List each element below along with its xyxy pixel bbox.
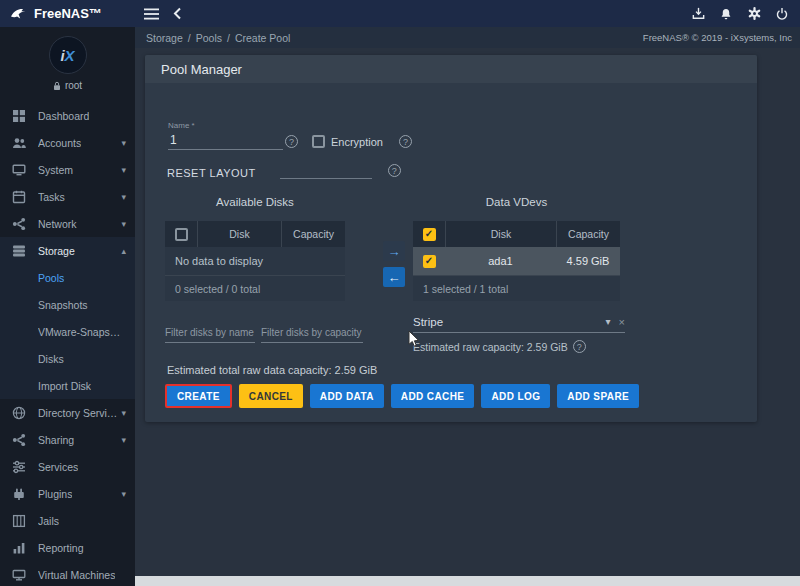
sidebar-item-jails[interactable]: Jails: [0, 507, 135, 534]
select-all-vdev-checkbox[interactable]: [423, 228, 436, 241]
main-content: Pool Manager Name * 1 Encryption RESET L…: [135, 48, 800, 586]
gear-icon[interactable]: [741, 0, 767, 27]
table-row-ada1[interactable]: ada1 4.59 GiB: [413, 247, 620, 275]
encryption-checkbox[interactable]: [312, 135, 325, 148]
disk-capacity: 4.59 GiB: [556, 255, 620, 267]
breadcrumb-separator: /: [227, 32, 230, 44]
data-vdevs-table: Disk Capacity ada1 4.59 GiB 1 selected /…: [413, 221, 620, 301]
available-disks-title: Available Disks: [165, 196, 345, 208]
reporting-icon: [12, 541, 28, 555]
vdev-type-value: Stripe: [413, 316, 443, 328]
move-left-arrow-icon[interactable]: [383, 267, 405, 287]
menu-icon[interactable]: [138, 0, 164, 27]
sidebar-item-storage[interactable]: Storage▴: [0, 237, 135, 264]
encryption-label: Encryption: [331, 136, 383, 148]
storage-icon: [12, 244, 28, 258]
filter-disks-by-name-input[interactable]: Filter disks by name: [165, 327, 255, 343]
sidebar: iX root DashboardAccounts▾System▾Tasks▾N…: [0, 27, 135, 586]
pool-name-label: Name *: [168, 121, 283, 130]
chevron-down-icon: ▾: [121, 138, 126, 148]
update-icon[interactable]: [685, 0, 711, 27]
lock-icon: [53, 81, 61, 91]
no-data-row: No data to display: [165, 247, 345, 275]
sidebar-item-services[interactable]: Services: [0, 453, 135, 480]
layout-field[interactable]: [280, 163, 372, 179]
sidebar-item-network[interactable]: Network▾: [0, 210, 135, 237]
footer-console-bar[interactable]: [135, 576, 800, 586]
breadcrumb: Storage / Pools / Create Pool: [146, 32, 290, 44]
available-disks-header: Disk Capacity: [165, 221, 345, 247]
sidebar-item-accounts[interactable]: Accounts▾: [0, 129, 135, 156]
back-icon[interactable]: [164, 0, 190, 27]
breadcrumb-create-pool: Create Pool: [235, 32, 290, 44]
chevron-down-icon: ▾: [121, 219, 126, 229]
encryption-row: Encryption: [285, 135, 412, 148]
freenas-logo[interactable]: FreeNAS™: [0, 6, 138, 21]
raw-capacity-help-icon[interactable]: [573, 340, 586, 353]
column-disk: Disk: [197, 221, 281, 247]
logged-in-user: root: [53, 80, 82, 91]
bell-icon[interactable]: [713, 0, 739, 27]
breadcrumb-bar: Storage / Pools / Create Pool FreeNAS® ©…: [135, 27, 800, 48]
cancel-button[interactable]: CANCEL: [239, 384, 303, 408]
move-right-arrow-icon[interactable]: [383, 241, 405, 261]
sidebar-item-disks[interactable]: Disks: [0, 345, 135, 372]
sidebar-item-reporting[interactable]: Reporting: [0, 534, 135, 561]
sidebar-item-sharing[interactable]: Sharing▾: [0, 426, 135, 453]
clear-icon[interactable]: ×: [619, 316, 625, 328]
add-log-button[interactable]: ADD LOG: [481, 384, 550, 408]
pool-name-input[interactable]: 1: [168, 130, 283, 150]
available-disks-footer: 0 selected / 0 total: [165, 275, 345, 301]
add-data-button[interactable]: ADD DATA: [310, 384, 384, 408]
breadcrumb-pools[interactable]: Pools: [196, 32, 222, 44]
plugins-icon: [12, 487, 28, 501]
sidebar-item-pools[interactable]: Pools: [0, 264, 135, 291]
encryption-help-icon[interactable]: [399, 135, 412, 148]
reset-layout-button[interactable]: RESET LAYOUT: [167, 167, 256, 179]
chevron-down-icon: ▾: [121, 408, 126, 418]
sidebar-item-import-disk[interactable]: Import Disk: [0, 372, 135, 399]
data-vdevs-header: Disk Capacity: [413, 221, 620, 247]
sidebar-item-virtual-machines[interactable]: Virtual Machines: [0, 561, 135, 586]
chevron-down-icon: ▾: [121, 435, 126, 445]
jails-icon: [12, 514, 28, 528]
ada1-checkbox[interactable]: [423, 255, 436, 268]
pool-manager-card: Pool Manager Name * 1 Encryption RESET L…: [145, 55, 757, 422]
sidebar-item-directory-services[interactable]: Directory Services▾: [0, 399, 135, 426]
brand-text: FreeNAS™: [34, 6, 102, 21]
chevron-down-icon: ▾: [121, 489, 126, 499]
select-all-available-checkbox[interactable]: [175, 228, 188, 241]
sidebar-logo-block: iX root: [0, 27, 135, 91]
shark-icon: [9, 6, 29, 21]
power-icon[interactable]: [769, 0, 795, 27]
add-spare-button[interactable]: ADD SPARE: [557, 384, 639, 408]
sidebar-item-tasks[interactable]: Tasks▾: [0, 183, 135, 210]
sidebar-item-vmware-snapshots[interactable]: VMware-Snapshots: [0, 318, 135, 345]
layout-help-icon[interactable]: [388, 164, 401, 177]
sidebar-item-system[interactable]: System▾: [0, 156, 135, 183]
column-capacity: Capacity: [556, 221, 620, 247]
sidebar-item-plugins[interactable]: Plugins▾: [0, 480, 135, 507]
chevron-down-icon: ▾: [121, 192, 126, 202]
data-vdevs-title: Data VDevs: [413, 196, 620, 208]
sidebar-item-dashboard[interactable]: Dashboard: [0, 102, 135, 129]
breadcrumb-storage[interactable]: Storage: [146, 32, 183, 44]
create-button[interactable]: CREATE: [165, 384, 232, 408]
available-disks-table: Disk Capacity No data to display 0 selec…: [165, 221, 345, 301]
chevron-down-icon[interactable]: ▾: [606, 316, 611, 327]
estimated-total-capacity: Estimated total raw data capacity: 2.59 …: [167, 364, 377, 376]
dashboard-icon: [12, 109, 28, 123]
disk-name: ada1: [445, 255, 556, 267]
filter-disks-by-capacity-input[interactable]: Filter disks by capacity: [261, 327, 363, 343]
sidebar-item-snapshots[interactable]: Snapshots: [0, 291, 135, 318]
page-title: Pool Manager: [145, 55, 757, 83]
column-capacity: Capacity: [281, 221, 345, 247]
breadcrumb-separator: /: [188, 32, 191, 44]
topbar: FreeNAS™: [0, 0, 800, 27]
ix-logo[interactable]: iX: [49, 36, 87, 74]
virtual-machines-icon: [12, 568, 28, 582]
add-cache-button[interactable]: ADD CACHE: [391, 384, 475, 408]
name-help-icon[interactable]: [285, 135, 298, 148]
vdev-type-select[interactable]: Stripe ▾ ×: [413, 311, 625, 333]
pool-name-field[interactable]: Name * 1: [168, 121, 283, 150]
